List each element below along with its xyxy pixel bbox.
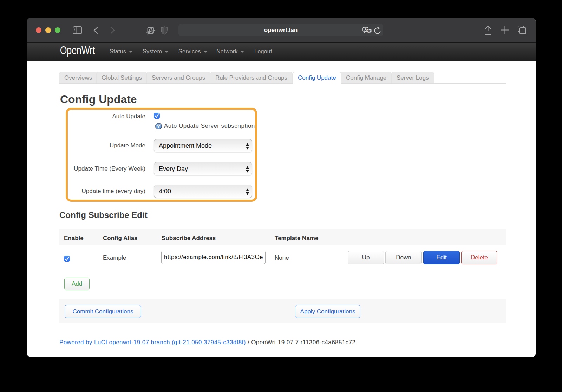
svg-text:A: A	[364, 28, 367, 31]
svg-text:文: 文	[367, 29, 371, 33]
svg-text:?: ?	[157, 124, 160, 129]
